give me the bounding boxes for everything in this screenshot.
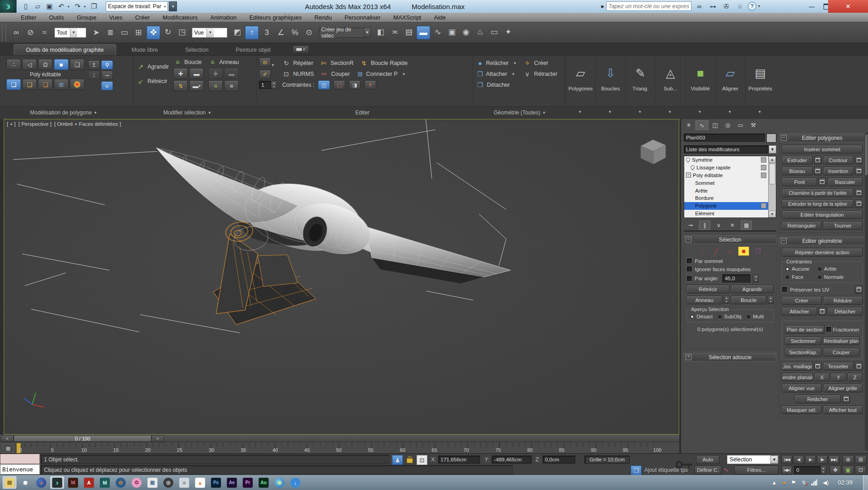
grow-button[interactable]: Agrandir bbox=[731, 285, 774, 293]
toolbar-icon[interactable]: ◉ bbox=[460, 26, 472, 39]
tray-flag-icon[interactable]: ⚑ bbox=[791, 480, 796, 486]
big-button-caret[interactable] bbox=[609, 109, 611, 114]
panel-footer-geometry[interactable]: Géométrie (Toutes) bbox=[494, 109, 545, 116]
tray-ball-icon[interactable]: ● bbox=[782, 480, 785, 486]
edit-value-spinner[interactable] bbox=[271, 81, 277, 89]
taskbar-google-earth[interactable]: ◉ bbox=[273, 476, 286, 489]
viewport-general-menu[interactable]: [ + ] bbox=[7, 121, 16, 127]
go-to-end-button[interactable]: ▶▶| bbox=[829, 455, 839, 464]
repeat-button[interactable]: ↻Répéter bbox=[282, 58, 313, 69]
utilities-tab-icon[interactable]: ⚒ bbox=[747, 120, 759, 130]
stack-item-turbosmooth[interactable]: Lissage rapide bbox=[684, 164, 768, 172]
previous-frame-button[interactable]: ◀| bbox=[793, 455, 804, 464]
cut-button[interactable]: ✂Couper bbox=[320, 69, 350, 79]
subsel-poly-icon[interactable]: ❏ bbox=[6, 79, 21, 90]
tray-speaker-icon[interactable]: ◀) bbox=[823, 480, 829, 486]
viewport-canvas[interactable] bbox=[4, 119, 679, 434]
taskbar-download[interactable]: ↓ bbox=[289, 476, 302, 489]
help-icon[interactable]: ? bbox=[748, 2, 756, 10]
attach-button[interactable]: ❒Attacher bbox=[476, 69, 516, 79]
time-tag-cube-icon[interactable]: ❒ bbox=[631, 465, 642, 475]
taskbar-maya[interactable]: M bbox=[98, 476, 112, 489]
ribbon-big-button[interactable]: ▱ Polygones bbox=[565, 56, 595, 106]
hide-selected-button[interactable]: Masquer sél. bbox=[782, 406, 822, 414]
viewport-shading-menu[interactable]: [ Ombré + Faces délimitées ] bbox=[54, 121, 121, 127]
ribbon-big-button[interactable]: ▱ Aligner bbox=[715, 56, 745, 106]
ribbon-big-button[interactable]: ◬ Sub... bbox=[655, 56, 685, 106]
new-file-icon[interactable]: ▯ bbox=[20, 1, 31, 11]
toolbar-icon[interactable]: ≣ bbox=[104, 26, 117, 39]
pin-icon[interactable]: ⊸ bbox=[101, 71, 113, 80]
insert-vertex-button[interactable]: Insérer sommet bbox=[782, 145, 863, 153]
app-logo-icon[interactable]: ϶ bbox=[0, 0, 17, 13]
subscription-icon[interactable]: ⊶ bbox=[707, 2, 719, 11]
edge-mode-icon[interactable]: ◁ bbox=[22, 59, 37, 70]
panel-footer-modify-selection[interactable]: Modifier sélection bbox=[163, 109, 211, 116]
next-frame-button[interactable]: |▶ bbox=[817, 455, 828, 464]
panel-scrollbar[interactable] bbox=[865, 133, 868, 450]
ribbon-tab[interactable]: Mode libre bbox=[120, 45, 170, 55]
constraint-face-icon[interactable]: ◨ bbox=[349, 80, 361, 89]
menu-item[interactable]: Groupe bbox=[77, 14, 96, 21]
undo-icon[interactable]: ↶ bbox=[56, 1, 67, 11]
toolbar-icon[interactable]: ▭ bbox=[118, 26, 131, 39]
planar-z-button[interactable]: Z bbox=[848, 373, 863, 381]
toolbar-icon[interactable]: % bbox=[289, 26, 301, 39]
big-button-caret[interactable] bbox=[669, 109, 671, 114]
polygon-mode-icon[interactable]: ■ bbox=[54, 59, 69, 70]
stack-toggle[interactable] bbox=[761, 165, 766, 170]
relax-settings-button[interactable] bbox=[842, 395, 850, 403]
loop-grow-icon[interactable]: ✚ bbox=[173, 68, 188, 79]
big-button-caret[interactable] bbox=[699, 109, 701, 114]
taskbar-explorer[interactable]: ▤ bbox=[3, 476, 16, 489]
toolbar-icon[interactable]: ≍ bbox=[388, 26, 401, 39]
tessellate-settings-button[interactable] bbox=[855, 362, 863, 371]
scroll-thumb[interactable] bbox=[769, 163, 775, 184]
tray-network-icon[interactable] bbox=[811, 480, 817, 485]
grid-align-button[interactable]: Aligner grille bbox=[823, 384, 863, 392]
taskbar-blender[interactable]: ʘ bbox=[114, 476, 128, 489]
subobject-vertex-icon[interactable]: ∴ bbox=[697, 247, 707, 255]
nurms-button[interactable]: ⊡NURMS bbox=[282, 69, 314, 79]
show-desktop-button[interactable] bbox=[863, 475, 868, 490]
split-checkbox[interactable] bbox=[826, 327, 832, 332]
make-planar-button[interactable]: Rendre planaire bbox=[782, 373, 813, 381]
pin-stack-icon[interactable]: ⊸ bbox=[686, 221, 696, 229]
unhide-all-button[interactable]: Afficher tout bbox=[823, 406, 863, 414]
absolute-mode-icon[interactable]: ⊡ bbox=[417, 455, 427, 465]
ribbon-big-button[interactable]: ✎ Triang. bbox=[625, 56, 655, 106]
preview-multi-radio[interactable] bbox=[746, 314, 751, 319]
toolbar-icon[interactable]: ∠ bbox=[275, 26, 287, 39]
edit-polygons-rollout-header[interactable]: −Editer polygones bbox=[779, 134, 865, 142]
make-unique-icon[interactable]: ∨ bbox=[714, 221, 724, 229]
ribbon-tab-active[interactable]: Outils de modélisation graphite bbox=[14, 44, 116, 55]
ribbon-collapse-button[interactable]: ▾ bbox=[293, 45, 309, 53]
relax-button[interactable]: ●Relâcher bbox=[476, 58, 516, 69]
bridge-settings-button[interactable] bbox=[819, 178, 826, 186]
redo-icon[interactable]: ↷ bbox=[72, 1, 83, 11]
retriangulate-button[interactable]: Retrianguler bbox=[782, 221, 822, 230]
ribbon-tab[interactable]: Sélection bbox=[173, 45, 220, 55]
taskbar-3dsmax[interactable]: ϶ bbox=[50, 476, 64, 489]
big-button-caret[interactable] bbox=[639, 109, 641, 114]
reference-coordinate-dropdown[interactable]: Vue▼ bbox=[192, 28, 227, 38]
curve-icon[interactable]: ∿ bbox=[723, 466, 729, 473]
planar-y-button[interactable]: Y bbox=[831, 373, 846, 381]
stack-scrollbar[interactable]: ▲ ▼ bbox=[768, 156, 776, 218]
toolbar-icon[interactable]: ∞ bbox=[10, 26, 23, 39]
maxscript-mini-listener[interactable]: Bienvenue bbox=[0, 454, 40, 475]
outline-settings-button[interactable] bbox=[855, 156, 863, 164]
search-icon[interactable]: ∞ bbox=[693, 2, 705, 11]
by-angle-checkbox[interactable]: Par angle: 45,0 bbox=[687, 274, 774, 282]
loop-mode-icon[interactable]: ▬ bbox=[189, 80, 204, 91]
scroll-down-icon[interactable]: ▼ bbox=[769, 211, 776, 218]
set-key-button[interactable]: Définir C. bbox=[694, 465, 721, 475]
lock-dropdown-icon[interactable] bbox=[272, 60, 274, 68]
zoom-extents-all-icon[interactable]: ⊡ bbox=[855, 465, 867, 475]
time-slider[interactable]: < 0 / 100 > bbox=[0, 435, 679, 442]
taskbar-audition[interactable]: Au bbox=[257, 476, 270, 489]
ring-shrink-icon[interactable]: ▬ bbox=[224, 68, 239, 79]
current-frame-field[interactable]: 0 bbox=[794, 466, 820, 474]
taskbar-presentation[interactable]: ▦ bbox=[146, 476, 159, 489]
taskbar-photoshop[interactable]: Ps bbox=[209, 476, 223, 489]
